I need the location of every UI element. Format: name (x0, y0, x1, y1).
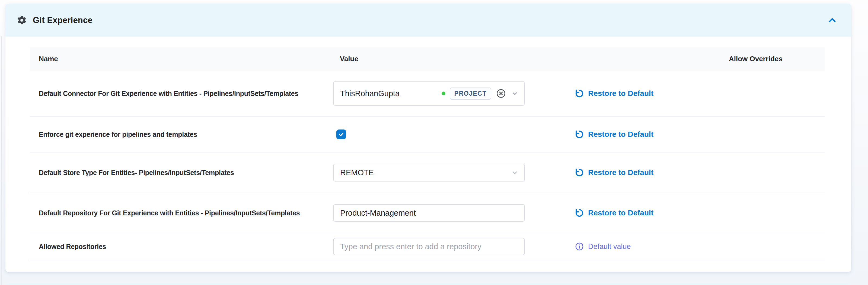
git-experience-card: Git Experience Name Value Allow Override… (5, 4, 851, 272)
default-value-label: Default value (588, 243, 631, 251)
gear-icon (17, 15, 27, 25)
restore-default-label: Restore to Default (588, 209, 653, 217)
table-row: Default Store Type For Entities- Pipelin… (30, 152, 825, 193)
info-circle-icon (575, 242, 584, 251)
allowed-repositories-input[interactable] (333, 238, 525, 255)
table-row: Enforce git experience for pipelines and… (30, 117, 825, 152)
chevron-up-icon[interactable] (826, 14, 838, 26)
default-repository-input[interactable] (333, 204, 525, 222)
connector-value: ThisRohanGupta (340, 89, 400, 98)
header-name: Name (30, 55, 333, 63)
restore-default-label: Restore to Default (588, 168, 653, 177)
header-allow-overrides: Allow Overrides (729, 55, 825, 63)
chevron-down-icon[interactable] (511, 90, 519, 98)
table-header-row: Name Value Allow Overrides (30, 47, 825, 71)
scope-badge: PROJECT (450, 87, 491, 100)
table-row: Allowed Repositories Default value (30, 233, 825, 260)
setting-name: Default Store Type For Entities- Pipelin… (30, 169, 333, 177)
restore-default-label: Restore to Default (588, 89, 653, 98)
table-row: Default Repository For Git Experience wi… (30, 193, 825, 233)
restore-default-label: Restore to Default (588, 130, 653, 139)
circle-x-icon[interactable] (496, 88, 506, 99)
table-row: Default Connector For Git Experience wit… (30, 71, 825, 117)
setting-name: Enforce git experience for pipelines and… (30, 131, 333, 138)
restore-arrow-icon (575, 168, 584, 177)
connector-select[interactable]: ThisRohanGupta PROJECT (333, 81, 525, 106)
section-title: Git Experience (33, 15, 93, 25)
setting-name: Default Repository For Git Experience wi… (30, 209, 333, 217)
restore-default-link[interactable]: Restore to Default (575, 88, 729, 98)
restore-default-link[interactable]: Restore to Default (575, 168, 729, 177)
restore-arrow-icon (575, 208, 584, 218)
panel-edge-line (1, 36, 2, 285)
connector-status-dot (442, 92, 445, 95)
enforce-git-checkbox[interactable] (336, 130, 346, 139)
settings-table: Name Value Allow Overrides Default Conne… (30, 47, 825, 260)
header-value: Value (333, 55, 575, 63)
restore-arrow-icon (575, 130, 584, 139)
store-type-value: REMOTE (340, 168, 374, 177)
restore-default-link[interactable]: Restore to Default (575, 208, 729, 218)
store-type-select[interactable]: REMOTE (333, 164, 525, 181)
section-header[interactable]: Git Experience (5, 4, 851, 37)
default-value-indicator[interactable]: Default value (575, 242, 729, 251)
restore-default-link[interactable]: Restore to Default (575, 130, 729, 139)
chevron-down-icon (511, 169, 519, 177)
restore-arrow-icon (575, 88, 584, 98)
setting-name: Allowed Repositories (30, 243, 333, 251)
next-section-header[interactable] (5, 283, 851, 285)
setting-name: Default Connector For Git Experience wit… (30, 90, 333, 98)
